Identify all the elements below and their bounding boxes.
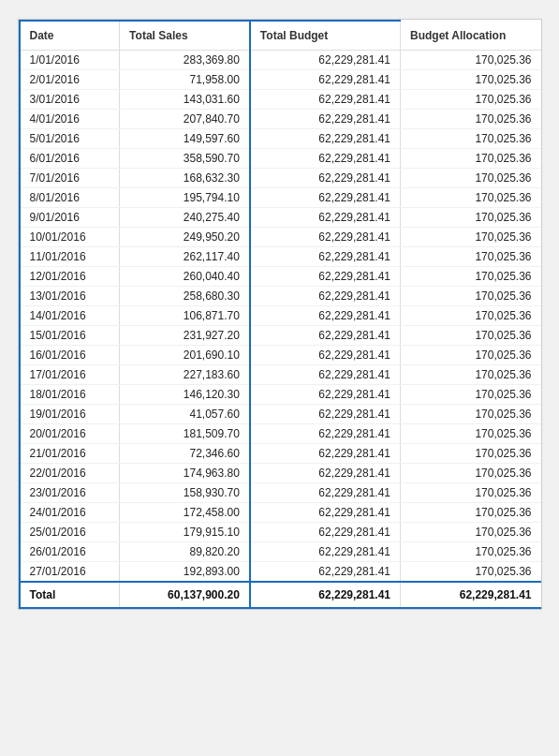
cell-date: 3/01/2016 [20,90,120,110]
table-row: 14/01/2016106,871.7062,229,281.41170,025… [20,306,541,326]
cell-total-budget: 62,229,281.41 [250,267,401,287]
cell-total-sales: 201,690.10 [120,346,250,365]
cell-date: 8/01/2016 [20,188,120,208]
table-row: 22/01/2016174,963.8062,229,281.41170,025… [20,464,541,483]
cell-budget-alloc: 170,025.36 [401,306,541,326]
table-row: 8/01/2016195,794.1062,229,281.41170,025.… [20,188,541,208]
table-row: 25/01/2016179,915.1062,229,281.41170,025… [20,523,541,542]
cell-total-budget: 62,229,281.41 [250,562,401,583]
cell-total-sales: 179,915.10 [120,523,250,542]
cell-date: 26/01/2016 [20,542,120,562]
table-row: 9/01/2016240,275.4062,229,281.41170,025.… [20,208,541,228]
cell-total-budget: 62,229,281.41 [250,70,401,90]
cell-total-sales: 192,893.00 [120,562,250,583]
cell-total-budget: 62,229,281.41 [250,365,401,385]
cell-total-sales: 172,458.00 [120,503,250,523]
cell-total-budget: 62,229,281.41 [250,405,401,424]
cell-budget-alloc: 170,025.36 [401,523,541,542]
cell-total-sales: 146,120.30 [120,385,250,405]
cell-date: 14/01/2016 [20,306,120,326]
cell-budget-alloc: 170,025.36 [401,129,541,149]
cell-budget-alloc: 170,025.36 [401,169,541,188]
cell-total-sales: 249,950.20 [120,228,250,247]
cell-budget-alloc: 170,025.36 [401,424,541,444]
table-row: 16/01/2016201,690.1062,229,281.41170,025… [20,346,541,365]
cell-budget-alloc: 170,025.36 [401,208,541,228]
cell-date: 19/01/2016 [20,405,120,424]
cell-date: 21/01/2016 [20,444,120,464]
footer-label: Total [20,582,120,608]
cell-total-budget: 62,229,281.41 [250,346,401,365]
table-row: 4/01/2016207,840.7062,229,281.41170,025.… [20,110,541,129]
cell-total-budget: 62,229,281.41 [250,483,401,503]
cell-budget-alloc: 170,025.36 [401,562,541,583]
cell-total-budget: 62,229,281.41 [250,228,401,247]
cell-date: 17/01/2016 [20,365,120,385]
cell-total-budget: 62,229,281.41 [250,287,401,306]
cell-budget-alloc: 170,025.36 [401,464,541,483]
cell-total-sales: 262,117.40 [120,247,250,267]
cell-budget-alloc: 170,025.36 [401,287,541,306]
cell-date: 11/01/2016 [20,247,120,267]
cell-date: 23/01/2016 [20,483,120,503]
table-row: 24/01/2016172,458.0062,229,281.41170,025… [20,503,541,523]
cell-budget-alloc: 170,025.36 [401,51,541,70]
cell-total-sales: 89,820.20 [120,542,250,562]
cell-date: 2/01/2016 [20,70,120,90]
cell-total-budget: 62,229,281.41 [250,169,401,188]
cell-date: 7/01/2016 [20,169,120,188]
table-row: 21/01/201672,346.6062,229,281.41170,025.… [20,444,541,464]
col-header-date: Date [20,21,120,51]
cell-date: 6/01/2016 [20,149,120,169]
cell-total-sales: 71,958.00 [120,70,250,90]
cell-date: 25/01/2016 [20,523,120,542]
data-table: Date Total Sales Total Budget Budget All… [18,19,542,610]
cell-total-sales: 174,963.80 [120,464,250,483]
cell-total-sales: 41,057.60 [120,405,250,424]
cell-total-budget: 62,229,281.41 [250,110,401,129]
cell-budget-alloc: 170,025.36 [401,483,541,503]
cell-budget-alloc: 170,025.36 [401,444,541,464]
table-row: 12/01/2016260,040.4062,229,281.41170,025… [20,267,541,287]
cell-date: 24/01/2016 [20,503,120,523]
cell-budget-alloc: 170,025.36 [401,385,541,405]
cell-budget-alloc: 170,025.36 [401,188,541,208]
cell-date: 16/01/2016 [20,346,120,365]
cell-total-budget: 62,229,281.41 [250,51,401,70]
cell-total-budget: 62,229,281.41 [250,444,401,464]
cell-budget-alloc: 170,025.36 [401,110,541,129]
cell-total-sales: 207,840.70 [120,110,250,129]
table-row: 2/01/201671,958.0062,229,281.41170,025.3… [20,70,541,90]
cell-total-sales: 231,927.20 [120,326,250,346]
cell-total-sales: 227,183.60 [120,365,250,385]
table-row: 10/01/2016249,950.2062,229,281.41170,025… [20,228,541,247]
col-header-alloc: Budget Allocation [401,21,541,51]
cell-total-sales: 143,031.60 [120,90,250,110]
table-row: 11/01/2016262,117.4062,229,281.41170,025… [20,247,541,267]
footer-budget-alloc: 62,229,281.41 [401,582,541,608]
cell-total-budget: 62,229,281.41 [250,424,401,444]
cell-date: 12/01/2016 [20,267,120,287]
table-row: 7/01/2016168,632.3062,229,281.41170,025.… [20,169,541,188]
table-row: 6/01/2016358,590.7062,229,281.41170,025.… [20,149,541,169]
cell-date: 20/01/2016 [20,424,120,444]
cell-total-sales: 283,369.80 [120,51,250,70]
table-row: 13/01/2016258,680.3062,229,281.41170,025… [20,287,541,306]
table-row: 26/01/201689,820.2062,229,281.41170,025.… [20,542,541,562]
cell-budget-alloc: 170,025.36 [401,70,541,90]
cell-total-sales: 72,346.60 [120,444,250,464]
footer-total-budget: 62,229,281.41 [250,582,401,608]
table-row: 23/01/2016158,930.7062,229,281.41170,025… [20,483,541,503]
cell-total-budget: 62,229,281.41 [250,247,401,267]
cell-budget-alloc: 170,025.36 [401,346,541,365]
cell-date: 1/01/2016 [20,51,120,70]
cell-date: 27/01/2016 [20,562,120,583]
cell-date: 13/01/2016 [20,287,120,306]
cell-total-sales: 106,871.70 [120,306,250,326]
cell-total-sales: 195,794.10 [120,188,250,208]
cell-budget-alloc: 170,025.36 [401,149,541,169]
cell-budget-alloc: 170,025.36 [401,247,541,267]
cell-total-sales: 358,590.70 [120,149,250,169]
cell-total-sales: 149,597.60 [120,129,250,149]
cell-total-budget: 62,229,281.41 [250,326,401,346]
